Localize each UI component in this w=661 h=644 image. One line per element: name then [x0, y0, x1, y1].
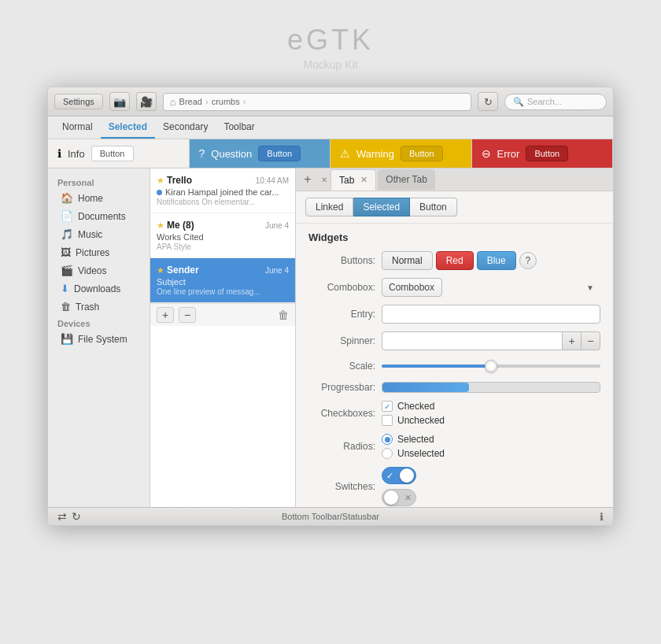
email-sender-me: Me (8): [167, 220, 265, 231]
widget-label-entry: Entry:: [308, 309, 375, 320]
linked-btn-selected[interactable]: Selected: [353, 198, 410, 217]
sidebar-item-filesystem[interactable]: 💾 File System: [51, 330, 146, 348]
add-email-button[interactable]: +: [157, 307, 174, 323]
entry-input[interactable]: [382, 305, 600, 324]
delete-email-button[interactable]: 🗑: [278, 309, 289, 321]
info-segment-warning: ⚠ Warning Button: [330, 139, 472, 168]
email-item-me[interactable]: ★ Me (8) June 4 Works Cited APA Style: [150, 213, 295, 258]
checkbox-checked[interactable]: ✓: [382, 401, 393, 412]
tab-other[interactable]: Other Tab: [378, 169, 434, 190]
toolbar-icons: ⇄ ↻: [57, 510, 81, 523]
tab-tab-label: Tab: [339, 175, 354, 186]
app-title: eGTK: [287, 24, 374, 57]
widget-row-progressbar: Progressbar:: [308, 382, 600, 393]
sidebar-item-pictures[interactable]: 🖼 Pictures: [51, 243, 146, 261]
info-button-warning[interactable]: Button: [401, 146, 443, 161]
documents-icon: 📄: [61, 210, 73, 222]
combobox-select[interactable]: Combobox: [382, 278, 442, 297]
close-tab-tab[interactable]: ✕: [360, 175, 367, 185]
email-sender-trello: Trello: [167, 175, 256, 186]
search-bar[interactable]: 🔍 Search...: [504, 94, 607, 110]
widget-row-radios: Radios: Selected Unselected: [308, 434, 600, 459]
linked-btn-linked[interactable]: Linked: [305, 198, 353, 217]
widget-content-buttons: Normal Red Blue ?: [382, 251, 600, 270]
linked-btn-button[interactable]: Button: [410, 198, 457, 217]
btn-blue[interactable]: Blue: [477, 251, 516, 270]
shuffle-icon[interactable]: ⇄: [57, 510, 67, 523]
switch-off[interactable]: ✕: [382, 489, 416, 506]
btn-question[interactable]: ?: [519, 252, 537, 269]
email-item-trello[interactable]: ★ Trello 10:44 AM Kiran Hampal joined th…: [150, 168, 295, 213]
btn-normal[interactable]: Normal: [382, 251, 433, 270]
email-sender-sender: Sender: [167, 265, 265, 276]
tab-close-tab[interactable]: ✕: [318, 176, 330, 184]
email-preview-sender: One line preview of messag...: [157, 287, 289, 296]
checkbox-unchecked[interactable]: [382, 415, 393, 426]
sidebar-item-videos[interactable]: 🎬 Videos: [51, 261, 146, 279]
refresh-icon[interactable]: ↻: [72, 510, 81, 523]
refresh-button[interactable]: ↻: [478, 92, 498, 111]
email-item-sender[interactable]: ★ Sender June 4 Subject One line preview…: [150, 258, 295, 303]
add-tab-button[interactable]: +: [299, 168, 316, 191]
remove-email-button[interactable]: −: [179, 307, 196, 323]
unread-dot-trello: [157, 190, 162, 195]
home-icon: 🏠: [61, 192, 73, 204]
tab-tab[interactable]: Tab ✕: [330, 169, 376, 191]
warning-icon: ⚠: [340, 147, 350, 160]
linked-bar: Linked Selected Button: [296, 191, 613, 224]
email-subject-trello: Kiran Hampal joined the car...: [157, 187, 289, 197]
sidebar: Personal 🏠 Home 📄 Documents 🎵 Music 🖼 Pi…: [48, 168, 150, 507]
spinner-input[interactable]: [382, 331, 563, 350]
nav-tabs-bar: Normal Selected Secondary Toolbar: [48, 117, 613, 139]
progress-track: [382, 382, 600, 393]
spinner-minus-button[interactable]: −: [582, 331, 600, 350]
radio-group: Selected Unselected: [382, 434, 600, 459]
widget-row-buttons: Buttons: Normal Red Blue ?: [308, 251, 600, 270]
question-icon: ?: [199, 147, 205, 160]
email-time-me: June 4: [265, 221, 289, 230]
info-button-error[interactable]: Button: [526, 146, 568, 161]
sidebar-item-downloads[interactable]: ⬇ Downloads: [51, 279, 146, 298]
video-icon[interactable]: 🎥: [136, 92, 157, 111]
sidebar-section-personal: Personal: [48, 175, 150, 189]
radio-item-unselected[interactable]: Unselected: [382, 448, 600, 459]
info-button-question[interactable]: Button: [258, 146, 301, 161]
trash-icon: 🗑: [61, 301, 71, 313]
widget-row-scale: Scale:: [308, 358, 600, 374]
scale-thumb[interactable]: [485, 360, 497, 372]
nav-tab-secondary[interactable]: Secondary: [155, 117, 216, 139]
checkbox-item-unchecked[interactable]: Unchecked: [382, 415, 600, 426]
widget-content-radios: Selected Unselected: [382, 434, 600, 459]
settings-button[interactable]: Settings: [54, 94, 103, 109]
widget-content-progressbar: [382, 382, 600, 393]
sidebar-item-trash-label: Trash: [76, 302, 99, 313]
home-icon: ⌂: [170, 96, 176, 108]
sidebar-item-trash[interactable]: 🗑 Trash: [51, 298, 146, 316]
radio-selected[interactable]: [382, 434, 393, 445]
address-bar[interactable]: ⌂ Bread › crumbs ›: [163, 93, 471, 111]
nav-tab-selected[interactable]: Selected: [101, 117, 155, 139]
switch-on[interactable]: ✓: [382, 467, 416, 484]
star-icon-trello: ★: [157, 176, 164, 186]
info-button-info[interactable]: Button: [91, 146, 134, 161]
scale-track[interactable]: [382, 365, 600, 368]
radio-unselected[interactable]: [382, 448, 393, 459]
widget-label-buttons: Buttons:: [308, 255, 375, 266]
breadcrumb-sep1: ›: [205, 97, 209, 106]
camera-icon[interactable]: 📷: [109, 92, 130, 111]
sidebar-item-music[interactable]: 🎵 Music: [51, 225, 146, 243]
sidebar-item-home[interactable]: 🏠 Home: [51, 189, 146, 207]
sidebar-item-documents-label: Documents: [78, 211, 126, 222]
checkbox-item-checked[interactable]: ✓ Checked: [382, 401, 600, 412]
progress-fill: [382, 383, 469, 392]
btn-red[interactable]: Red: [436, 251, 474, 270]
nav-tab-normal[interactable]: Normal: [54, 117, 101, 139]
radio-item-selected[interactable]: Selected: [382, 434, 600, 445]
switch-off-x: ✕: [404, 493, 412, 503]
widget-row-spinner: Spinner: + −: [308, 331, 600, 350]
nav-tab-toolbar[interactable]: Toolbar: [216, 117, 262, 139]
info-status-icon[interactable]: ℹ: [600, 511, 604, 523]
switch-off-knob: [384, 490, 398, 505]
sidebar-item-documents[interactable]: 📄 Documents: [51, 207, 146, 225]
spinner-plus-button[interactable]: +: [563, 331, 582, 350]
